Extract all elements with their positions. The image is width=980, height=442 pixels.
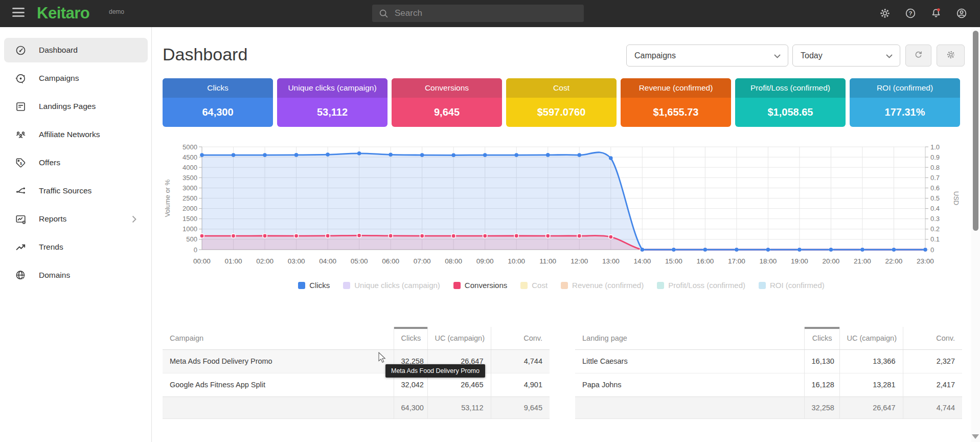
campaigns-filter-select[interactable]: Campaigns	[626, 45, 788, 67]
legend-item-revenue-confirmed[interactable]: Revenue (confirmed)	[561, 281, 644, 290]
campaigns-table: CampaignClicksUC (campaign)Conv.Meta Ads…	[163, 327, 550, 419]
svg-text:16:00: 16:00	[696, 257, 714, 265]
legend-item-unique-clicks-campaign[interactable]: Unique clicks (campaign)	[343, 281, 440, 290]
total-cell: 26,647	[839, 396, 903, 418]
scrollbar-thumb[interactable]	[973, 31, 978, 231]
dashboard-settings-button[interactable]	[937, 45, 965, 67]
app-logo: Keitaro	[37, 4, 89, 23]
row-value-cell: 4,901	[491, 373, 550, 396]
svg-text:10:00: 10:00	[508, 257, 525, 265]
column-header-conv[interactable]: Conv.	[903, 327, 962, 349]
row-name-cell: Meta Ads Food Delivery Promo	[163, 349, 394, 373]
search-input[interactable]	[394, 8, 584, 19]
scroll-down-arrow-icon[interactable]	[972, 434, 979, 439]
row-value-cell: 13,281	[839, 373, 903, 396]
legend-item-roi-confirmed[interactable]: ROI (confirmed)	[759, 281, 825, 290]
scrollbar-track	[971, 27, 980, 442]
sidebar-item-domains[interactable]: Domains	[4, 263, 148, 288]
svg-text:00:00: 00:00	[193, 257, 211, 265]
column-header-clicks[interactable]: Clicks	[394, 327, 427, 349]
legend-item-conversions[interactable]: Conversions	[453, 281, 507, 290]
sidebar-item-landings-pages[interactable]: Landings Pages	[4, 94, 148, 119]
legend-item-cost[interactable]: Cost	[520, 281, 548, 290]
svg-text:14:00: 14:00	[633, 257, 651, 265]
legend-item-profit-loss-confirmed[interactable]: Profit/Loss (confirmed)	[657, 281, 745, 290]
chevron-right-icon	[132, 215, 136, 223]
sidebar-item-dashboard[interactable]: Dashboard	[4, 38, 148, 62]
svg-text:06:00: 06:00	[382, 257, 399, 265]
svg-text:0.7: 0.7	[930, 174, 940, 182]
row-tooltip: Meta Ads Food Delivery Promo	[385, 364, 485, 378]
hamburger-menu-icon[interactable]	[12, 8, 26, 19]
sidebar-item-reports[interactable]: Reports	[4, 207, 148, 231]
column-header-uc-campaign[interactable]: UC (campaign)	[839, 327, 903, 349]
sidebar-item-label: Campaigns	[39, 74, 79, 83]
total-cell: 64,300	[394, 396, 427, 418]
sidebar-item-offers[interactable]: $Offers	[4, 150, 148, 175]
svg-text:0.8: 0.8	[930, 164, 940, 171]
svg-text:0: 0	[930, 246, 934, 254]
svg-text:17:00: 17:00	[728, 257, 745, 265]
refresh-button[interactable]	[905, 45, 931, 67]
table-row[interactable]: Papa Johns16,12813,2812,417	[575, 373, 962, 396]
svg-text:0.5: 0.5	[930, 194, 940, 202]
dashboard-gauge-icon	[14, 44, 27, 56]
table-totals-row: 64,30053,1129,645	[163, 396, 550, 418]
sidebar-item-campaigns[interactable]: Campaigns	[4, 66, 148, 91]
account-icon[interactable]	[955, 7, 968, 20]
date-range-value: Today	[801, 51, 823, 60]
sidebar-item-trends[interactable]: Trends	[4, 235, 148, 259]
settings-gear-icon[interactable]	[878, 7, 892, 20]
svg-text:15:00: 15:00	[665, 257, 682, 265]
svg-text:0.4: 0.4	[930, 205, 940, 212]
legend-swatch	[453, 282, 461, 289]
svg-text:03:00: 03:00	[288, 257, 305, 265]
metric-card-roi-confirmed: ROI (confirmed)177.31%	[850, 78, 960, 127]
table-header-row: Landing pageClicksUC (campaign)Conv.	[575, 327, 962, 349]
svg-text:08:00: 08:00	[445, 257, 462, 265]
metric-value: $597.0760	[506, 98, 617, 127]
total-cell: 9,645	[491, 396, 550, 418]
legend-swatch	[520, 282, 528, 289]
svg-text:3500: 3500	[183, 174, 197, 182]
metric-value: 64,300	[163, 98, 273, 127]
landing-pages-icon	[14, 100, 27, 113]
svg-text:09:00: 09:00	[476, 257, 494, 265]
date-range-select[interactable]: Today	[792, 45, 900, 67]
svg-text:20:00: 20:00	[823, 257, 840, 265]
table-row[interactable]: Little Caesars16,13013,3662,327	[575, 349, 962, 373]
landing-pages-table: Landing pageClicksUC (campaign)Conv.Litt…	[575, 327, 962, 419]
metric-value: 53,112	[277, 98, 388, 127]
column-header-uc-campaign[interactable]: UC (campaign)	[427, 327, 491, 349]
svg-text:0.2: 0.2	[930, 225, 940, 233]
svg-text:23:00: 23:00	[917, 257, 934, 265]
help-icon[interactable]: ?	[904, 7, 917, 20]
legend-label: Unique clicks (campaign)	[354, 281, 440, 290]
legend-item-clicks[interactable]: Clicks	[298, 281, 330, 290]
table-totals-row: 32,25826,6474,744	[575, 396, 962, 418]
sidebar-item-traffic-sources[interactable]: Traffic Sources	[4, 179, 148, 203]
svg-text:4500: 4500	[183, 153, 197, 161]
column-header-campaign[interactable]: Campaign	[163, 327, 394, 349]
column-header-conv[interactable]: Conv.	[491, 327, 550, 349]
metric-value: 177.31%	[850, 98, 960, 127]
column-header-landing-page[interactable]: Landing page	[575, 327, 804, 349]
table-row[interactable]: Meta Ads Food Delivery Promo32,25826,647…	[163, 349, 550, 373]
notifications-bell-icon[interactable]	[929, 7, 943, 20]
chevron-down-icon	[774, 51, 781, 60]
total-cell	[575, 396, 804, 418]
sidebar-item-label: Affiliate Networks	[39, 130, 100, 139]
sidebar-item-affiliate-networks[interactable]: Affiliate Networks	[4, 122, 148, 147]
table-row[interactable]: Google Ads Fitness App Split32,04226,465…	[163, 373, 550, 396]
column-header-clicks[interactable]: Clicks	[804, 327, 839, 349]
legend-swatch	[657, 282, 664, 289]
metric-label: ROI (confirmed)	[850, 78, 960, 98]
mouse-cursor	[378, 352, 390, 366]
svg-text:1000: 1000	[183, 225, 197, 233]
search-icon	[379, 9, 389, 18]
affiliate-networks-icon	[14, 128, 27, 141]
domains-globe-icon	[14, 269, 27, 281]
legend-swatch	[343, 282, 350, 289]
svg-text:19:00: 19:00	[791, 257, 808, 265]
refresh-icon	[913, 49, 924, 62]
